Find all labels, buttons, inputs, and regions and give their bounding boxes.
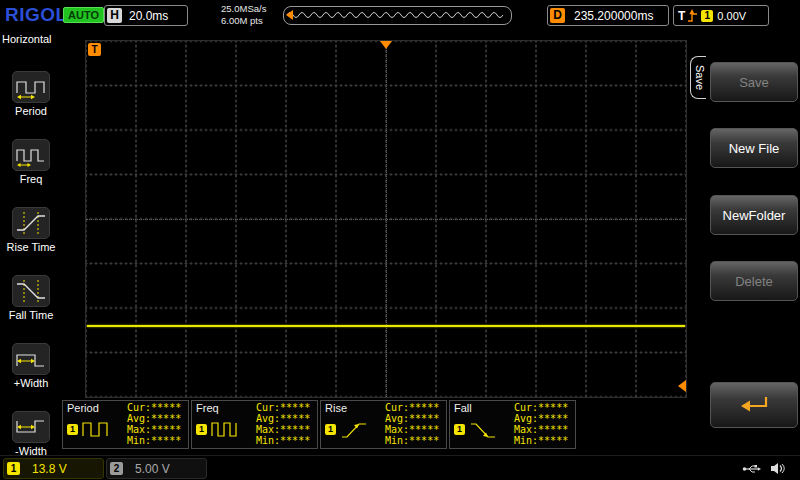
stat-minimum: Min:***** bbox=[385, 435, 439, 446]
menu-item-neg-width[interactable]: -Width bbox=[0, 411, 62, 457]
menu-item-freq[interactable]: Freq bbox=[0, 139, 62, 185]
panel-title: Rise bbox=[325, 402, 347, 414]
acquisition-info: 25.0MSa/s 6.00M pts bbox=[221, 3, 266, 27]
fall-time-icon bbox=[12, 275, 50, 307]
enter-back-button[interactable] bbox=[710, 382, 798, 428]
usb-plug-icon bbox=[742, 463, 762, 475]
trigger-time-marker[interactable]: T bbox=[88, 43, 101, 56]
channel1-badge: 1 bbox=[7, 462, 20, 475]
menu-item-period[interactable]: Period bbox=[0, 71, 62, 117]
measurement-panel-fall[interactable]: Fall 1 Cur:***** Avg:***** Max:***** Min… bbox=[449, 400, 576, 449]
rise-icon bbox=[340, 419, 370, 445]
save-button[interactable]: Save bbox=[710, 62, 798, 102]
stat-minimum: Min:***** bbox=[256, 435, 310, 446]
panel-statistics: Cur:***** Avg:***** Max:***** Min:***** bbox=[127, 402, 181, 446]
rise-time-icon bbox=[12, 207, 50, 239]
stat-maximum: Max:***** bbox=[514, 424, 568, 435]
trigger-slope-icon bbox=[687, 8, 698, 23]
return-arrow-icon bbox=[737, 393, 771, 417]
measurement-panel-row: Period 1 Cur:***** Avg:***** Max:***** M… bbox=[62, 400, 578, 449]
trigger-source-badge: 1 bbox=[701, 10, 713, 22]
window-position-marker[interactable] bbox=[286, 10, 293, 20]
panel-statistics: Cur:***** Avg:***** Max:***** Min:***** bbox=[514, 402, 568, 446]
panel-channel-badge: 1 bbox=[454, 424, 465, 435]
menu-tab-save: Save bbox=[690, 56, 706, 99]
delay-label: D bbox=[550, 8, 565, 23]
memory-depth: 6.00M pts bbox=[221, 15, 266, 27]
trigger-delay-group[interactable]: D 235.200000ms bbox=[547, 5, 669, 26]
stat-current: Cur:***** bbox=[514, 402, 568, 413]
delay-value: 235.200000ms bbox=[574, 9, 653, 23]
run-status-badge[interactable]: AUTO bbox=[63, 7, 104, 23]
stat-average: Avg:***** bbox=[127, 413, 181, 424]
menu-item-label: Fall Time bbox=[9, 309, 54, 321]
channel-status-bar: 1 13.8 V 2 5.00 V bbox=[0, 455, 800, 480]
panel-statistics: Cur:***** Avg:***** Max:***** Min:***** bbox=[385, 402, 439, 446]
measurement-panel-freq[interactable]: Freq 1 Cur:***** Avg:***** Max:***** Min… bbox=[191, 400, 318, 449]
top-status-bar: RIGOL AUTO H 20.0ms 25.0MSa/s 6.00M pts … bbox=[0, 0, 800, 30]
new-folder-button[interactable]: NewFolder bbox=[710, 195, 798, 235]
trigger-level-marker[interactable] bbox=[678, 380, 686, 392]
stat-average: Avg:***** bbox=[514, 413, 568, 424]
stat-maximum: Max:***** bbox=[127, 424, 181, 435]
minus-width-icon bbox=[12, 411, 50, 443]
period-icon bbox=[82, 419, 112, 445]
panel-title: Period bbox=[67, 402, 99, 414]
period-icon bbox=[12, 71, 50, 103]
horizontal-scale-value: 20.0ms bbox=[129, 9, 168, 23]
menu-item-label: +Width bbox=[14, 377, 49, 389]
panel-title: Freq bbox=[196, 402, 219, 414]
freq-icon bbox=[211, 419, 241, 445]
stat-maximum: Max:***** bbox=[385, 424, 439, 435]
save-soft-menu: Save Save New File NewFolder Delete bbox=[690, 30, 800, 455]
new-file-button[interactable]: New File bbox=[710, 128, 798, 168]
panel-statistics: Cur:***** Avg:***** Max:***** Min:***** bbox=[256, 402, 310, 446]
channel2-scale: 5.00 V bbox=[135, 462, 170, 476]
trigger-group[interactable]: T 1 0.00V bbox=[673, 5, 769, 26]
menu-item-label: Freq bbox=[20, 173, 43, 185]
menu-item-label: Rise Time bbox=[7, 241, 56, 253]
left-menu-title: Horizontal bbox=[0, 30, 62, 49]
horizontal-measure-menu: Horizontal Period Freq Rise Time Fall Ti… bbox=[0, 30, 62, 455]
stat-current: Cur:***** bbox=[127, 402, 181, 413]
waveform-display[interactable]: T bbox=[85, 40, 687, 398]
stat-average: Avg:***** bbox=[385, 413, 439, 424]
speaker-icon bbox=[770, 461, 785, 476]
menu-item-fall-time[interactable]: Fall Time bbox=[0, 275, 62, 321]
stat-minimum: Min:***** bbox=[514, 435, 568, 446]
panel-channel-badge: 1 bbox=[196, 424, 207, 435]
stat-current: Cur:***** bbox=[385, 402, 439, 413]
trigger-label: T bbox=[678, 9, 685, 23]
menu-item-label: Period bbox=[15, 105, 47, 117]
stat-average: Avg:***** bbox=[256, 413, 310, 424]
channel1-trace bbox=[87, 325, 685, 327]
channel2-badge: 2 bbox=[110, 462, 123, 475]
stat-maximum: Max:***** bbox=[256, 424, 310, 435]
sample-rate: 25.0MSa/s bbox=[221, 3, 266, 15]
horizontal-label: H bbox=[107, 8, 122, 23]
stat-current: Cur:***** bbox=[256, 402, 310, 413]
measurement-panel-rise[interactable]: Rise 1 Cur:***** Avg:***** Max:***** Min… bbox=[320, 400, 447, 449]
grid-center-horizontal bbox=[86, 219, 686, 220]
plus-width-icon bbox=[12, 343, 50, 375]
panel-channel-badge: 1 bbox=[325, 424, 336, 435]
delete-button[interactable]: Delete bbox=[710, 261, 798, 301]
channel2-status[interactable]: 2 5.00 V bbox=[106, 458, 207, 479]
memory-waveform-preview bbox=[284, 7, 509, 22]
menu-item-pos-width[interactable]: +Width bbox=[0, 343, 62, 389]
panel-title: Fall bbox=[454, 402, 472, 414]
menu-item-rise-time[interactable]: Rise Time bbox=[0, 207, 62, 253]
trigger-position-marker[interactable] bbox=[380, 41, 392, 49]
horizontal-scale-group[interactable]: H 20.0ms bbox=[104, 5, 188, 26]
memory-position-indicator[interactable] bbox=[283, 6, 512, 25]
stat-minimum: Min:***** bbox=[127, 435, 181, 446]
panel-channel-badge: 1 bbox=[67, 424, 78, 435]
trigger-level-value: 0.00V bbox=[717, 10, 746, 22]
freq-icon bbox=[12, 139, 50, 171]
rigol-logo: RIGOL bbox=[5, 4, 68, 26]
fall-icon bbox=[469, 419, 499, 445]
channel1-status[interactable]: 1 13.8 V bbox=[3, 458, 104, 479]
channel1-scale: 13.8 V bbox=[32, 462, 67, 476]
measurement-panel-period[interactable]: Period 1 Cur:***** Avg:***** Max:***** M… bbox=[62, 400, 189, 449]
